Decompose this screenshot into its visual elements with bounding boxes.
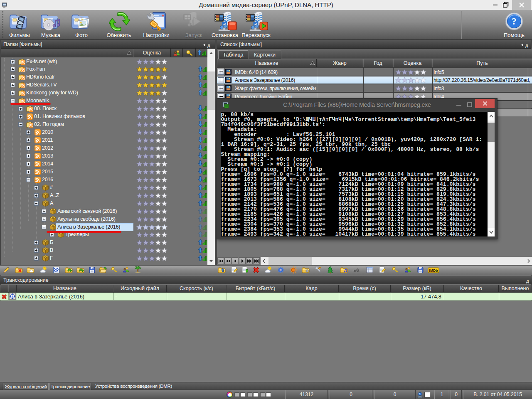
svg-text:i: i xyxy=(12,295,13,298)
svg-text:i: i xyxy=(281,268,281,271)
svg-text:?: ? xyxy=(512,16,517,27)
svg-text:IMDb: IMDb xyxy=(429,268,438,273)
